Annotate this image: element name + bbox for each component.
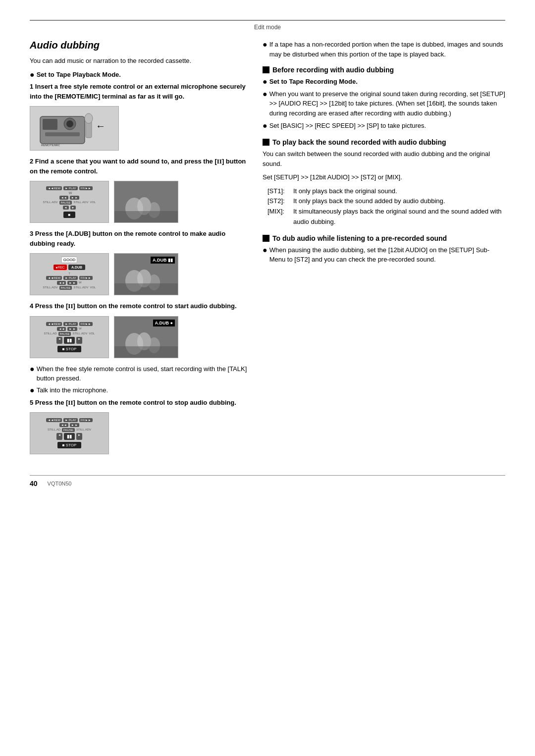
bullet-free-style: ● When the free style remote control is … (30, 364, 248, 383)
photo-svg-1 (114, 181, 178, 222)
bullet-free-style-text: When the free style remote control is us… (37, 364, 248, 383)
section1-heading: Before recording with audio dubbing (263, 66, 505, 74)
btn-play: ► PLAY (63, 186, 78, 190)
step5-image-row: ◄◄REW ► PLAY FF/►► ◄◄ ► ► STILL.AD PAUSE… (30, 412, 248, 454)
s5-btn-play: ► PLAY (63, 418, 78, 422)
s4-ii-btn: ▮▮ (64, 337, 75, 344)
s5-btn-ff: FF/►► (79, 418, 93, 422)
step3-row3: ◄◄ ► ► W (57, 281, 81, 285)
section1-bullet2-text: When you want to preserve the original s… (269, 89, 505, 118)
section2-bar (263, 139, 269, 146)
step4-row3: STILL.AD PAUSE STILL.ADV VOL (44, 332, 95, 336)
section1-bullet1-text: Set to Tape Recording Mode. (269, 77, 358, 87)
s3-pause-btn: PAUSE (59, 286, 72, 290)
st2-key: [ST2]: (268, 196, 293, 207)
st1-key: [ST1]: (268, 186, 293, 197)
btn-w-label: W (69, 191, 72, 195)
adub-badge-1: A.DUB ▮▮ (151, 257, 175, 264)
s3-btn-play: ► PLAY (63, 276, 78, 280)
section3-bullet1-text: When pausing the audio dubbing, set the … (269, 245, 505, 265)
s5-back: ◄◄ (59, 423, 68, 427)
header-mode-label: Edit mode (254, 24, 281, 31)
btn-fwd: ► (70, 206, 76, 210)
s4-rfwd: ► (76, 337, 82, 344)
step-4: 4 Press the [II] button on the remote co… (30, 301, 248, 311)
page-container: Edit mode Audio dubbing You can add musi… (0, 0, 535, 756)
s3-still2: STILL.ADV (73, 286, 88, 290)
s3-btn-ff: FF/►► (79, 276, 93, 280)
remote-mic-image: REMOTE/MIC ← (30, 106, 119, 151)
bullet-dot-s3-1: ● (263, 245, 268, 256)
st2-val: It only plays back the sound added by au… (293, 196, 505, 207)
section1-bullet3-text: Set [BASIC] >> [REC SPEED] >> [SP] to ta… (269, 121, 426, 131)
step4-row1: ◄◄REW ► PLAY FF/►► (46, 322, 92, 326)
s3-w-label: W (79, 281, 82, 285)
s5-stop: ■ STOP (57, 442, 82, 448)
section2-title: To play back the sound recorded with aud… (272, 138, 446, 146)
s4-back: ◄◄ (57, 327, 66, 331)
page-number: 40 (30, 480, 38, 487)
page-title: Audio dubbing (30, 40, 248, 51)
step2-photo (114, 181, 178, 223)
s4-still1: STILL.AD (44, 332, 57, 336)
step-4-text: Press the [II] button on the remote cont… (35, 302, 237, 310)
photo-overlay-1 (114, 181, 178, 222)
step-3: 3 Press the [A.DUB] button on the remote… (30, 229, 248, 248)
s3-btn-rew: ◄◄REW (46, 276, 62, 280)
footer: 40 VQT0N50 (30, 475, 505, 487)
remote-mic-svg: REMOTE/MIC ← (30, 107, 118, 150)
bullet-dot-s1-1: ● (263, 77, 268, 87)
bullet-dot-s1-3: ● (263, 121, 268, 131)
s5-pause: PAUSE (62, 428, 75, 432)
section1-bullet3: ● Set [BASIC] >> [REC SPEED] >> [SP] to … (263, 121, 505, 131)
panel-row3: STILL.ADV PAUSE STILL.ADV VOL (43, 201, 96, 205)
still-adv-label: STILL.ADV (43, 201, 58, 205)
s4-still2: STILL.ADV (72, 332, 87, 336)
s5-lback: ◄ (56, 433, 62, 440)
mix-row: [MIX]: It simultaneously plays back the … (268, 207, 505, 227)
step4-row2: ◄◄ ► ► W (57, 327, 81, 331)
step4-photo: A.DUB ● (114, 316, 178, 358)
step3-photo: A.DUB ▮▮ (114, 253, 178, 295)
still-adv2-label: STILL.ADV (73, 201, 88, 205)
section1-bullet2: ● When you want to preserve the original… (263, 89, 505, 118)
step4-panel-image: ◄◄REW ► PLAY FF/►► ◄◄ ► ► W STILL.AD PAU… (30, 316, 109, 358)
step3-panel-image: GOOD ●REC A.DUB T ◄◄REW ► PLAY FF/►► (30, 253, 109, 295)
panel-row2: ◄◄ ► ► (59, 196, 79, 200)
section3-bullet1: ● When pausing the audio dubbing, set th… (263, 245, 505, 265)
step1-image-row: REMOTE/MIC ← (30, 106, 248, 151)
section1-bar (263, 66, 269, 73)
step-3-text: Press the [A.DUB] button on the remote c… (30, 230, 225, 247)
left-column: Audio dubbing You can add music or narra… (30, 40, 248, 460)
s4-pause: PAUSE (58, 332, 71, 336)
step-5-text: Press the [II] button on the remote cont… (35, 399, 236, 406)
step2-image-row: ◄◄REW ► PLAY FF/►► W ◄◄ ► ► STILL.ADV (30, 181, 248, 223)
header: Edit mode (30, 20, 505, 31)
s4-vol: VOL (89, 332, 95, 336)
bullet-dot-3: ● (30, 385, 35, 396)
intro-text: You can add music or narration to the re… (30, 56, 248, 66)
s5-fwd: ► ► (70, 423, 80, 427)
svg-text:←: ← (96, 120, 106, 131)
section1-bullet1: ● Set to Tape Recording Mode. (263, 77, 505, 87)
s4-fwd: ► ► (67, 327, 77, 331)
s4-btn-rew: ◄◄REW (46, 322, 62, 326)
svg-rect-1 (43, 119, 57, 130)
btn-pause: ► ► (70, 196, 80, 200)
step4-image-row: ◄◄REW ► PLAY FF/►► ◄◄ ► ► W STILL.AD PAU… (30, 316, 248, 358)
step-2-num: 2 (30, 158, 33, 165)
bullet-talk: ● Talk into the microphone. (30, 385, 248, 396)
mix-key: [MIX]: (268, 207, 293, 227)
bullet-dot: ● (30, 70, 35, 80)
s4-w: W (79, 327, 82, 331)
step3-image-row: GOOD ●REC A.DUB T ◄◄REW ► PLAY FF/►► (30, 253, 248, 295)
adub-btn: A.DUB (68, 265, 85, 270)
section2-intro: You can switch between the sound recorde… (263, 149, 505, 168)
step-2: 2 Find a scene that you want to add soun… (30, 157, 248, 176)
stop-btn: ■ (63, 212, 76, 218)
btn-rew: ◄◄REW (46, 186, 62, 190)
btn-ff: FF/►► (79, 186, 93, 190)
step5-panel-image: ◄◄REW ► PLAY FF/►► ◄◄ ► ► STILL.AD PAUSE… (30, 412, 109, 454)
section3-title: To dub audio while listening to a pre-re… (272, 234, 447, 242)
step-4-num: 4 (30, 302, 33, 310)
